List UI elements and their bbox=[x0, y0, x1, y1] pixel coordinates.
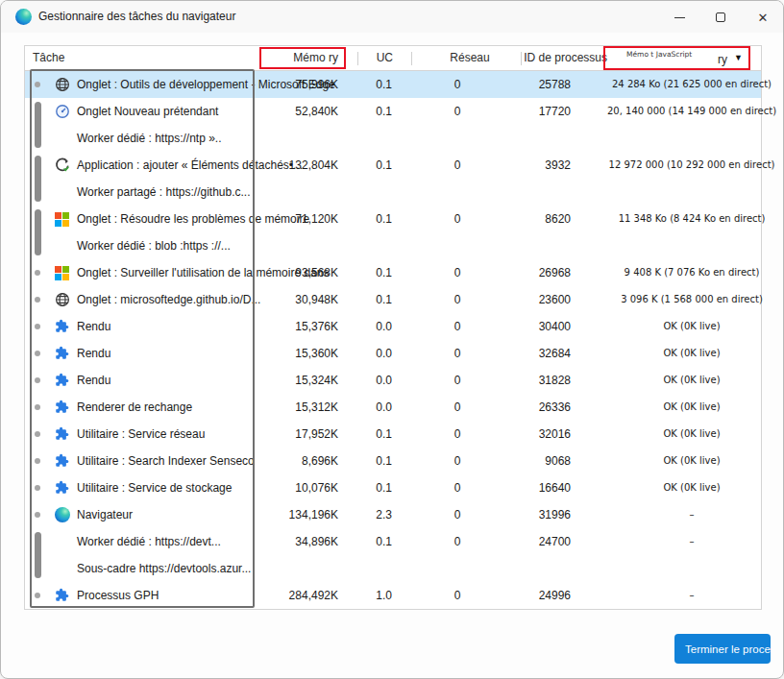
table-row[interactable]: Worker dédié : https://devt... 34,896K 0… bbox=[25, 528, 761, 555]
end-process-button[interactable]: Terminer le processus bbox=[674, 634, 771, 664]
network-cell: 0 bbox=[429, 286, 486, 313]
js-memory-cell: 9 408 K (7 076 Ko en direct) bbox=[600, 259, 784, 286]
pid-cell: 26336 bbox=[503, 394, 571, 421]
table-row[interactable]: Utilitaire : Service réseau 17,952K 0.1 … bbox=[25, 421, 761, 448]
task-cell: Utilitaire : Service de stockage bbox=[77, 474, 232, 501]
close-icon: ✕ bbox=[758, 12, 769, 24]
sort-descending-icon: ▼ bbox=[734, 53, 743, 62]
pid-cell: 25788 bbox=[503, 71, 571, 98]
cpu-cell: 0.0 bbox=[348, 394, 392, 421]
cpu-cell: 2.3 bbox=[348, 501, 392, 528]
memory-cell: 71,120K bbox=[223, 206, 338, 232]
table-row[interactable]: Onglet : Résoudre les problèmes de mémoi… bbox=[25, 206, 761, 232]
column-header-cpu[interactable]: UC bbox=[355, 46, 393, 70]
gauge-icon bbox=[55, 104, 70, 119]
title-bar: Gestionnaire des tâches du navigateur ✕ bbox=[1, 1, 783, 33]
js-memory-cell: 12 972 000 (10 292 000 en direct) bbox=[600, 152, 784, 179]
process-group-bar bbox=[35, 209, 41, 255]
table-row[interactable]: Onglet Nouveau prétendant 52,840K 0.1 0 … bbox=[25, 98, 761, 125]
column-header-pid[interactable]: ID de processus bbox=[505, 46, 607, 70]
js-memory-cell: – bbox=[600, 582, 784, 609]
table-row[interactable]: Renderer de rechange 15,312K 0.0 0 26336… bbox=[25, 394, 761, 421]
network-cell: 0 bbox=[429, 367, 486, 394]
pid-cell: 24700 bbox=[503, 528, 571, 555]
task-cell: Navigateur bbox=[77, 501, 133, 528]
js-memory-cell: OK (0K live) bbox=[600, 313, 784, 340]
memory-cell: 132,804K bbox=[223, 152, 338, 179]
memory-cell: 75,996K bbox=[223, 71, 338, 98]
table-row[interactable]: Onglet : microsoftedge.github.io/D... 30… bbox=[25, 286, 761, 313]
js-memory-cell: OK (0K live) bbox=[600, 394, 784, 421]
browser-task-manager-window: Gestionnaire des tâches du navigateur ✕ … bbox=[0, 0, 784, 679]
table-row[interactable]: Onglet : Surveiller l'utilisation de la … bbox=[25, 259, 761, 286]
column-header-task[interactable]: Tâche bbox=[33, 46, 64, 70]
table-header: Tâche Mémo ry UC Réseau ID de processus … bbox=[25, 46, 761, 71]
table-row[interactable]: Worker partagé : https://github.c... bbox=[25, 179, 761, 206]
puzzle-icon bbox=[55, 588, 70, 603]
pid-cell: 30400 bbox=[503, 313, 571, 340]
cpu-cell: 0.1 bbox=[348, 286, 392, 313]
memory-cell: 284,492K bbox=[223, 582, 338, 609]
cpu-cell: 0.1 bbox=[348, 152, 392, 179]
table-row[interactable]: Rendu 15,376K 0.0 0 30400 OK (0K live) bbox=[25, 313, 761, 340]
minimize-button[interactable] bbox=[667, 5, 692, 30]
column-header-js-memory-suffix[interactable]: ry bbox=[718, 53, 727, 66]
table-row[interactable]: Processus GPH 284,492K 1.0 0 24996 – bbox=[25, 582, 761, 609]
puzzle-icon bbox=[55, 346, 70, 361]
task-cell: Rendu bbox=[77, 367, 110, 394]
column-header-network[interactable]: Réseau bbox=[441, 46, 499, 70]
task-cell: Worker dédié : https://devt... bbox=[77, 528, 221, 555]
task-cell: Worker dédié : blob :https ://... bbox=[77, 232, 231, 259]
memory-cell: 30,948K bbox=[223, 286, 338, 313]
cpu-cell: 0.1 bbox=[348, 71, 392, 98]
pid-cell: 31996 bbox=[503, 501, 571, 528]
memory-cell: 15,376K bbox=[223, 313, 338, 340]
bullet-icon bbox=[35, 324, 40, 329]
table-row[interactable]: Navigateur 134,196K 2.3 0 31996 – bbox=[25, 501, 761, 528]
puzzle-icon bbox=[55, 453, 70, 469]
js-memory-cell: 11 348 Ko (8 424 Ko en direct) bbox=[600, 206, 784, 232]
memory-cell: 52,840K bbox=[223, 98, 338, 125]
table-row[interactable]: Utilitaire : Search Indexer Senseco 8,69… bbox=[25, 448, 761, 474]
network-cell: 0 bbox=[429, 98, 486, 125]
refresh-check-icon bbox=[55, 158, 70, 173]
network-cell: 0 bbox=[429, 474, 486, 501]
cpu-cell: 0.1 bbox=[348, 421, 392, 448]
puzzle-icon bbox=[55, 480, 70, 496]
column-header-memory[interactable]: Mémo ry bbox=[293, 50, 338, 66]
process-table: Tâche Mémo ry UC Réseau ID de processus … bbox=[24, 45, 762, 610]
table-row[interactable]: Utilitaire : Service de stockage 10,076K… bbox=[25, 474, 761, 501]
network-cell: 0 bbox=[429, 152, 486, 179]
task-cell: Sous-cadre https://devtools.azur... bbox=[77, 555, 251, 582]
memory-cell: 134,196K bbox=[223, 501, 338, 528]
table-row[interactable]: Onglet : Outils de développement - Micro… bbox=[25, 71, 761, 98]
puzzle-icon bbox=[55, 426, 70, 442]
network-cell: 0 bbox=[429, 528, 486, 555]
ms-logo-icon bbox=[55, 211, 70, 227]
pid-cell: 31828 bbox=[503, 367, 571, 394]
close-button[interactable]: ✕ bbox=[750, 5, 775, 30]
table-row[interactable]: Application : ajouter « Éléments détaché… bbox=[25, 152, 761, 179]
js-memory-cell: OK (0K live) bbox=[600, 448, 784, 474]
pid-cell: 9068 bbox=[503, 448, 571, 474]
cpu-cell: 0.0 bbox=[348, 367, 392, 394]
bullet-icon bbox=[35, 512, 40, 518]
table-row[interactable]: Rendu 15,324K 0.0 0 31828 OK (0K live) bbox=[25, 367, 761, 394]
cpu-cell: 1.0 bbox=[348, 582, 392, 609]
network-cell: 0 bbox=[429, 501, 486, 528]
pid-cell: 8620 bbox=[503, 206, 571, 232]
window-title: Gestionnaire des tâches du navigateur bbox=[38, 10, 235, 23]
process-group-bar bbox=[35, 102, 41, 148]
table-row[interactable]: Worker dédié : blob :https ://... bbox=[25, 232, 761, 259]
maximize-button[interactable] bbox=[708, 5, 733, 30]
memory-cell: 15,312K bbox=[223, 394, 338, 421]
table-row[interactable]: Rendu 15,360K 0.0 0 32684 OK (0K live) bbox=[25, 340, 761, 367]
table-row[interactable]: Worker dédié : https://ntp ».. bbox=[25, 125, 761, 152]
bullet-icon bbox=[35, 377, 40, 383]
table-row[interactable]: Sous-cadre https://devtools.azur... bbox=[25, 555, 761, 582]
bullet-icon bbox=[35, 270, 40, 276]
memory-cell: 8,696K bbox=[223, 448, 338, 474]
pid-cell: 32016 bbox=[503, 421, 571, 448]
network-cell: 0 bbox=[429, 206, 486, 232]
column-header-js-memory[interactable]: Mémo t JavaScript bbox=[626, 50, 692, 59]
